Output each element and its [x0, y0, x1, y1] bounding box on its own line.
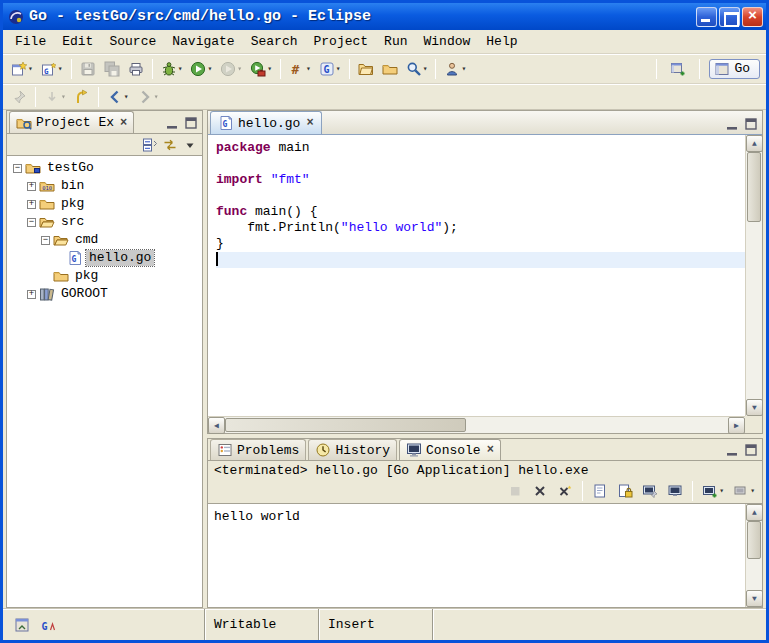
scroll-down-icon[interactable]: ▼	[746, 399, 763, 416]
dropdown-caret-icon[interactable]: ▾	[178, 64, 183, 74]
code-line[interactable]	[216, 188, 745, 204]
open-console-button[interactable]: ▾	[698, 479, 728, 503]
maximize-view-button[interactable]	[742, 441, 760, 458]
terminate-button[interactable]	[503, 479, 527, 503]
scrollbar-thumb[interactable]	[225, 418, 466, 432]
editor-horizontal-scrollbar[interactable]: ◀ ▶	[208, 416, 745, 433]
code-editor[interactable]: package mainimport "fmt"func main() { fm…	[208, 135, 745, 416]
eclipse-app-icon[interactable]	[8, 9, 24, 25]
goclipse-button[interactable]: G▾	[315, 57, 345, 81]
code-line[interactable]	[216, 156, 745, 172]
minimize-view-button[interactable]	[163, 114, 181, 131]
minimize-view-button[interactable]	[723, 115, 741, 132]
close-tab-icon[interactable]: ×	[485, 443, 494, 457]
team-sync-button[interactable]: ▾	[440, 57, 470, 81]
go-trim-button[interactable]: G	[37, 614, 59, 636]
menu-help[interactable]: Help	[478, 32, 525, 51]
scrollbar-track[interactable]	[225, 417, 728, 433]
tree-item-pkg[interactable]: pkg	[7, 267, 202, 285]
menu-source[interactable]: Source	[101, 32, 164, 51]
debug-button[interactable]: ▾	[157, 57, 187, 81]
remove-launch-button[interactable]	[528, 479, 552, 503]
console-tab-history[interactable]: History	[308, 439, 397, 460]
search-button[interactable]: ▾	[402, 57, 432, 81]
window-minimize-button[interactable]	[696, 7, 717, 27]
code-line[interactable]: }	[216, 236, 745, 252]
new-wizard-button[interactable]: ▾	[7, 57, 37, 81]
dropdown-caret-icon[interactable]: ▾	[306, 64, 311, 74]
scrollbar-thumb[interactable]	[747, 152, 761, 222]
collapse-icon[interactable]: −	[13, 164, 22, 173]
collapse-icon[interactable]: −	[27, 218, 36, 227]
scrollbar-thumb[interactable]	[747, 521, 761, 559]
run-button[interactable]: ▾	[186, 57, 216, 81]
tree-item-testgo[interactable]: −testGo	[7, 159, 202, 177]
editor-tab-hello-go[interactable]: G hello.go ×	[210, 111, 322, 134]
code-line[interactable]	[216, 252, 745, 268]
link-with-editor-button[interactable]	[161, 135, 179, 154]
display-console-button[interactable]	[663, 479, 687, 503]
view-menu-button[interactable]	[181, 135, 199, 154]
menu-search[interactable]: Search	[243, 32, 306, 51]
new-go-element-button[interactable]: G▾	[37, 57, 67, 81]
tree-item-pkg[interactable]: +pkg	[7, 195, 202, 213]
perspective-go-button[interactable]: Go	[709, 59, 760, 79]
code-line[interactable]: import "fmt"	[216, 172, 745, 188]
menu-run[interactable]: Run	[376, 32, 415, 51]
minimize-view-button[interactable]	[723, 441, 741, 458]
open-resource-button[interactable]	[354, 57, 378, 81]
console-tab-problems[interactable]: Problems	[210, 439, 306, 460]
dropdown-caret-icon[interactable]: ▾	[461, 64, 466, 74]
scroll-left-icon[interactable]: ◀	[208, 417, 225, 434]
console-vertical-scrollbar[interactable]: ▲ ▼	[745, 504, 762, 607]
console-tab-console[interactable]: Console×	[399, 439, 501, 460]
collapse-icon[interactable]: −	[41, 236, 50, 245]
dropdown-caret-icon[interactable]: ▾	[750, 486, 755, 496]
run-last-button[interactable]: ▾	[216, 57, 246, 81]
tree-item-hello-go[interactable]: Ghello.go	[7, 249, 202, 267]
dropdown-caret-icon[interactable]: ▾	[154, 92, 159, 102]
forward-button[interactable]: ▾	[133, 85, 163, 109]
remove-all-button[interactable]	[553, 479, 577, 503]
code-line[interactable]: fmt.Println("hello world");	[216, 220, 745, 236]
pin-console-button[interactable]	[638, 479, 662, 503]
open-folder-button[interactable]	[378, 57, 402, 81]
expand-icon[interactable]: +	[27, 290, 36, 299]
scroll-down-icon[interactable]: ▼	[746, 590, 763, 607]
menu-project[interactable]: Project	[305, 32, 376, 51]
dropdown-caret-icon[interactable]: ▾	[207, 64, 212, 74]
external-tools-button[interactable]: ▾	[246, 57, 276, 81]
console-output[interactable]: hello world	[208, 504, 745, 607]
last-edit-button[interactable]	[70, 85, 94, 109]
menu-navigate[interactable]: Navigate	[164, 32, 242, 51]
maximize-view-button[interactable]	[182, 114, 200, 131]
scroll-lock-button[interactable]	[613, 479, 637, 503]
back-button[interactable]: ▾	[103, 85, 133, 109]
scroll-up-icon[interactable]: ▲	[746, 135, 763, 152]
dropdown-caret-icon[interactable]: ▾	[237, 64, 242, 74]
expand-icon[interactable]: +	[27, 200, 36, 209]
scroll-right-icon[interactable]: ▶	[728, 417, 745, 434]
pin-editor-button[interactable]	[7, 85, 31, 109]
dropdown-caret-icon[interactable]: ▾	[28, 64, 33, 74]
save-button[interactable]	[76, 57, 100, 81]
code-line[interactable]: package main	[216, 140, 745, 156]
maximize-view-button[interactable]	[742, 115, 760, 132]
tree-item-cmd[interactable]: −cmd	[7, 231, 202, 249]
dropdown-caret-icon[interactable]: ▾	[58, 64, 63, 74]
menu-edit[interactable]: Edit	[54, 32, 101, 51]
titlebar[interactable]: Go - testGo/src/cmd/hello.go - Eclipse	[3, 3, 766, 30]
dropdown-caret-icon[interactable]: ▾	[423, 64, 428, 74]
menu-window[interactable]: Window	[416, 32, 479, 51]
fast-view-button[interactable]	[11, 614, 33, 636]
menu-file[interactable]: File	[7, 32, 54, 51]
open-perspective-button[interactable]	[666, 57, 690, 81]
print-button[interactable]	[124, 57, 148, 81]
editor-vertical-scrollbar[interactable]: ▲ ▼	[745, 135, 762, 416]
next-annotation-button[interactable]: ▾	[40, 85, 70, 109]
expand-icon[interactable]: +	[27, 182, 36, 191]
collapse-all-button[interactable]	[141, 135, 159, 154]
scroll-up-icon[interactable]: ▲	[746, 504, 763, 521]
close-editor-icon[interactable]: ×	[304, 116, 313, 130]
console-menu-button[interactable]: ▾	[729, 479, 759, 503]
